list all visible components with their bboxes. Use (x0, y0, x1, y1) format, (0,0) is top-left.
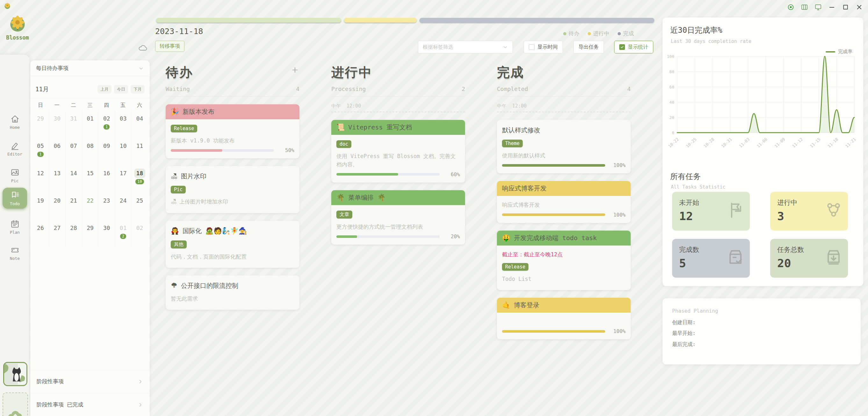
home-icon (10, 114, 20, 124)
calendar-cell[interactable]: 29 (82, 220, 98, 247)
minimize-icon[interactable] (828, 3, 836, 11)
calendar-cell[interactable]: 08 (82, 138, 98, 165)
plan-icon (10, 219, 20, 228)
sidebar-item-note[interactable]: Note (0, 246, 30, 261)
record-icon[interactable] (787, 3, 795, 11)
show-time-checkbox[interactable]: 显示时间 (524, 41, 563, 54)
calendar-cell[interactable]: 30 (98, 220, 115, 247)
stats-title: 所有任务 (670, 171, 701, 182)
calendar-cell[interactable]: 12 (32, 165, 49, 193)
calendar-cell[interactable]: 012 (115, 220, 131, 247)
calendar-cell[interactable]: 30 (49, 111, 65, 138)
column-title: 进行中 (331, 64, 465, 81)
legend-label: 完成 (623, 30, 634, 37)
calendar-cell[interactable]: 06 (49, 138, 65, 165)
sidebar-item-pic[interactable]: Pic (0, 168, 30, 183)
calendar-cell[interactable]: 13 (49, 165, 65, 193)
chevron-down-icon (138, 66, 144, 71)
phased-section-row[interactable]: 阶段性事项 (30, 370, 150, 393)
legend-dot (588, 32, 591, 35)
table-columns-icon[interactable] (801, 3, 808, 11)
kanban-column-processing: 进行中 Processing2 中午 12:00📜Vitepress 重写文档d… (331, 64, 465, 339)
sidebar-item-plan[interactable]: Plan (0, 219, 30, 235)
calendar-cell-today[interactable]: 1810 (131, 165, 148, 193)
calendar-nav: 上月今日下月 (97, 85, 145, 94)
calendar-cell[interactable]: 20 (49, 193, 65, 220)
sidebar-item-home[interactable]: Home (0, 114, 30, 130)
prev-month-button[interactable]: 上月 (97, 85, 112, 94)
task-card[interactable]: 默认样式修改Theme使用新的默认样式100% (497, 120, 631, 173)
calendar-cell[interactable]: 21 (65, 193, 82, 220)
task-card[interactable]: 🤙博客登录100% (497, 298, 631, 339)
next-month-button[interactable]: 下月 (131, 85, 145, 94)
column-header: 完成 Completed4 (497, 64, 631, 97)
calendar-cell[interactable]: 22 (82, 193, 98, 220)
sidebar-item-todo[interactable]: Todo (3, 188, 27, 209)
task-card[interactable]: 响应式博客开发响应式博客开发100% (497, 181, 631, 222)
calendar-cell[interactable]: 14 (65, 165, 82, 193)
calendar-day: 31 (68, 114, 79, 124)
calendar-cell[interactable]: 17 (115, 165, 131, 193)
app-logo: Blossom (4, 14, 31, 41)
panel-header[interactable]: 每日待办事项 (30, 61, 150, 76)
show-stats-checkbox[interactable]: 显示统计 (614, 41, 653, 54)
task-card[interactable]: 🌴菜单编排🌴文章更方便快捷的方式统一管理文档列表20% (331, 190, 465, 245)
task-emoji-icon: 🧛 (171, 228, 179, 234)
calendar-cell[interactable]: 021 (98, 111, 115, 138)
progress-fill (171, 149, 222, 152)
status-legend: 待办进行中完成 (563, 30, 634, 37)
task-card[interactable]: 🏖图片水印Pic🏖上传图片时增加水印 (166, 166, 300, 213)
svg-text:60: 60 (669, 84, 674, 90)
transfer-items-button[interactable]: 转移事项 (155, 41, 184, 52)
calendar-day: 29 (85, 223, 96, 233)
legend-item: 进行中 (588, 30, 609, 37)
svg-text:11-21: 11-21 (844, 137, 857, 148)
calendar-cell[interactable]: 19 (32, 193, 49, 220)
stats-subtitle: All Tasks Statistic (671, 184, 725, 190)
calendar-cell[interactable]: 051 (32, 138, 49, 165)
calendar-cell[interactable]: 07 (65, 138, 82, 165)
tag-filter-select[interactable]: 根据标签筛选 (418, 41, 513, 54)
phased-planning-line: 创建日期: (672, 317, 851, 328)
upload-dropzone[interactable] (3, 392, 28, 416)
phased-section-row[interactable]: 阶段性事项 已完成 (30, 393, 150, 416)
calendar-cell[interactable]: 09 (98, 138, 115, 165)
kanban-column-waiting: 待办 Waiting4 🎉新版本发布Release新版本 v1.9.0 功能发布… (166, 64, 300, 339)
calendar-cell[interactable]: 23 (98, 193, 115, 220)
calendar-cell[interactable]: 28 (65, 220, 82, 247)
sidebar-item-label: Todo (10, 201, 20, 206)
task-card[interactable]: 🤑开发完成移动端 todo task截止至：截止至今晚12点ReleaseTod… (497, 231, 631, 290)
calendar-cell[interactable]: 29 (32, 111, 49, 138)
calendar-cell[interactable]: 04 (131, 111, 148, 138)
completion-rate-chart: 02040608010010-2210-2510-2810-3111-0311-… (666, 52, 859, 157)
stats-grid: 未开始 12 进行中 3 完成数 5 任务总数 20 (672, 192, 854, 278)
calendar-cell[interactable]: 15 (82, 165, 98, 193)
task-progress: 20% (336, 234, 460, 240)
sidebar-item-editor[interactable]: Editor (0, 141, 30, 157)
calendar-day: 09 (101, 141, 112, 151)
close-icon[interactable] (856, 3, 863, 11)
task-card[interactable]: 🎉新版本发布Release新版本 v1.9.0 功能发布50% (166, 104, 300, 159)
calendar-cell[interactable]: 16 (98, 165, 115, 193)
user-avatar[interactable] (3, 362, 27, 386)
calendar-day: 16 (101, 169, 112, 178)
maximize-icon[interactable] (842, 3, 849, 11)
task-card[interactable]: 🌩公开接口的限流控制暂无此需求 (166, 275, 300, 310)
today-button[interactable]: 今日 (114, 85, 128, 94)
task-card[interactable]: 📜Vitepress 重写文档doc使用 VitePress 重写 Blosso… (331, 120, 465, 182)
export-tasks-button[interactable]: 导出任务 (574, 41, 604, 54)
task-description: 暂无此需求 (171, 294, 294, 303)
calendar-cell[interactable]: 24 (115, 193, 131, 220)
calendar-cell[interactable]: 31 (65, 111, 82, 138)
add-task-icon[interactable] (291, 66, 299, 74)
calendar-cell[interactable]: 25 (131, 193, 148, 220)
calendar-cell[interactable]: 10 (115, 138, 131, 165)
task-card[interactable]: 🧛国际化🧟🧑🧞🧚🧙其他代码，文档，页面的国际化配置 (166, 221, 300, 268)
calendar-cell[interactable]: 02 (131, 220, 148, 247)
calendar-cell[interactable]: 03 (115, 111, 131, 138)
calendar-cell[interactable]: 11 (131, 138, 148, 165)
calendar-cell[interactable]: 01 (82, 111, 98, 138)
calendar-cell[interactable]: 27 (49, 220, 65, 247)
monitor-icon[interactable] (814, 3, 822, 11)
calendar-cell[interactable]: 26 (32, 220, 49, 247)
